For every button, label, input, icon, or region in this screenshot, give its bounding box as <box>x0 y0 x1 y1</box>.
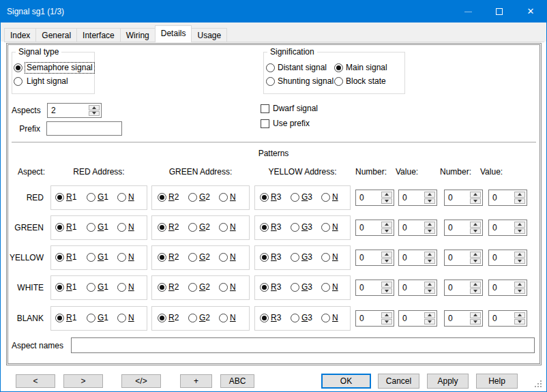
dwarf-signal-label[interactable]: Dwarf signal <box>273 104 318 114</box>
spin-down-button[interactable] <box>514 288 525 295</box>
aspects-spinner[interactable]: 2 <box>47 103 102 118</box>
ok-button[interactable]: OK <box>321 374 371 389</box>
pattern-radio-label-r1[interactable]: R1 <box>66 192 76 202</box>
radio-block-state[interactable] <box>334 77 343 86</box>
pattern-radio-label-r2[interactable]: R2 <box>168 222 179 232</box>
code-button[interactable]: </> <box>121 374 161 388</box>
pattern-radio-label-r2[interactable]: R2 <box>168 192 179 202</box>
spin-up-button[interactable] <box>470 282 481 288</box>
spin-up-button[interactable] <box>514 282 525 288</box>
pattern-radio-label-g1[interactable]: G1 <box>98 313 108 323</box>
pattern-radio-label-g3[interactable]: G3 <box>301 252 312 262</box>
radio-semaphore-signal-label[interactable]: Semaphore signal <box>25 62 95 74</box>
pattern-radio-label-n[interactable]: N <box>128 222 134 232</box>
radio-shunting-signal[interactable] <box>266 77 275 86</box>
use-prefix-checkbox[interactable] <box>261 119 269 128</box>
pattern-radio-label-n[interactable]: N <box>230 222 236 232</box>
spin-up-button[interactable] <box>381 222 392 228</box>
spin-up-button[interactable] <box>424 312 435 318</box>
pattern-radio-label-n[interactable]: N <box>332 313 338 323</box>
spin-down-button[interactable] <box>424 288 435 295</box>
pattern-green-spinner-2[interactable]: 0 <box>444 220 483 236</box>
pattern-radio-label-g1[interactable]: G1 <box>98 252 108 262</box>
pattern-white-spinner-3[interactable]: 0 <box>488 280 527 296</box>
pattern-radio-label-n[interactable]: N <box>128 313 134 323</box>
pattern-green-spinner-1[interactable]: 0 <box>398 220 437 236</box>
pattern-radio-r2[interactable] <box>158 283 166 292</box>
pattern-radio-n[interactable] <box>219 253 228 262</box>
spin-down-button[interactable] <box>424 258 435 265</box>
use-prefix-label[interactable]: Use prefix <box>273 119 310 129</box>
spin-up-button[interactable] <box>470 312 481 318</box>
pattern-radio-label-n[interactable]: N <box>128 252 134 262</box>
pattern-radio-label-r3[interactable]: R3 <box>271 282 281 292</box>
radio-distant-signal[interactable] <box>266 63 275 72</box>
pattern-radio-r1[interactable] <box>55 283 64 292</box>
pattern-red-spinner-1[interactable]: 0 <box>398 190 437 206</box>
spin-down-button[interactable] <box>381 319 392 325</box>
pattern-radio-label-r3[interactable]: R3 <box>271 252 281 262</box>
pattern-radio-label-r1[interactable]: R1 <box>66 282 76 292</box>
pattern-radio-label-n[interactable]: N <box>230 192 236 202</box>
pattern-red-spinner-2[interactable]: 0 <box>444 190 483 206</box>
pattern-radio-r3[interactable] <box>260 314 269 322</box>
pattern-radio-g3[interactable] <box>291 253 299 262</box>
radio-shunting-signal-label[interactable]: Shunting signal <box>278 76 334 87</box>
help-button[interactable]: Help <box>476 374 518 389</box>
spin-up-button[interactable] <box>381 282 392 288</box>
pattern-radio-label-g1[interactable]: G1 <box>98 192 108 202</box>
pattern-blank-spinner-0[interactable]: 0 <box>355 310 394 327</box>
pattern-blank-spinner-2[interactable]: 0 <box>444 310 483 327</box>
spin-up-button[interactable] <box>514 252 525 258</box>
pattern-radio-label-n[interactable]: N <box>332 222 338 232</box>
pattern-radio-g3[interactable] <box>291 193 299 202</box>
pattern-radio-label-n[interactable]: N <box>128 192 134 202</box>
pattern-radio-g1[interactable] <box>87 253 95 262</box>
pattern-radio-label-g2[interactable]: G2 <box>199 282 210 292</box>
pattern-radio-r3[interactable] <box>260 253 269 262</box>
pattern-radio-n[interactable] <box>117 193 126 202</box>
pattern-radio-g1[interactable] <box>87 314 95 322</box>
pattern-radio-label-n[interactable]: N <box>332 252 338 262</box>
cancel-button[interactable]: Cancel <box>378 374 419 389</box>
add-button[interactable]: + <box>180 374 212 388</box>
spin-up-button[interactable] <box>514 222 525 228</box>
radio-light-signal-label[interactable]: Light signal <box>27 76 68 87</box>
pattern-radio-label-r2[interactable]: R2 <box>168 313 179 323</box>
pattern-radio-r1[interactable] <box>55 253 64 262</box>
pattern-radio-r3[interactable] <box>260 223 269 232</box>
resize-grip-icon[interactable] <box>540 386 542 387</box>
spin-up-button[interactable] <box>381 252 392 258</box>
spin-down-button[interactable] <box>470 319 481 325</box>
pattern-radio-label-g2[interactable]: G2 <box>199 222 210 232</box>
pattern-radio-n[interactable] <box>321 253 330 262</box>
spin-down-button[interactable] <box>381 258 392 265</box>
pattern-yellow-spinner-3[interactable]: 0 <box>488 250 527 266</box>
pattern-radio-g2[interactable] <box>188 283 197 292</box>
pattern-green-spinner-3[interactable]: 0 <box>488 220 527 236</box>
pattern-radio-g2[interactable] <box>188 253 197 262</box>
prev-button[interactable]: < <box>16 374 55 388</box>
spin-up-button[interactable] <box>470 222 481 228</box>
pattern-white-spinner-0[interactable]: 0 <box>355 280 394 296</box>
pattern-radio-r2[interactable] <box>158 223 166 232</box>
pattern-yellow-spinner-2[interactable]: 0 <box>444 250 483 266</box>
spin-down-button[interactable] <box>89 111 100 117</box>
tab-details[interactable]: Details <box>155 25 192 42</box>
apply-button[interactable]: Apply <box>427 374 469 389</box>
minimize-button[interactable] <box>452 1 484 22</box>
pattern-radio-n[interactable] <box>321 193 330 202</box>
pattern-radio-n[interactable] <box>219 193 228 202</box>
pattern-radio-r2[interactable] <box>158 193 166 202</box>
pattern-radio-n[interactable] <box>117 283 126 292</box>
spin-up-button[interactable] <box>424 252 435 258</box>
pattern-radio-label-n[interactable]: N <box>230 252 236 262</box>
spin-down-button[interactable] <box>470 258 481 265</box>
radio-distant-signal-label[interactable]: Distant signal <box>278 63 327 73</box>
pattern-radio-label-r3[interactable]: R3 <box>271 222 281 232</box>
radio-semaphore-signal[interactable] <box>14 63 23 72</box>
pattern-radio-r1[interactable] <box>55 223 64 232</box>
close-button[interactable]: ✕ <box>515 1 546 22</box>
spin-up-button[interactable] <box>89 105 100 110</box>
pattern-radio-g3[interactable] <box>291 283 299 292</box>
